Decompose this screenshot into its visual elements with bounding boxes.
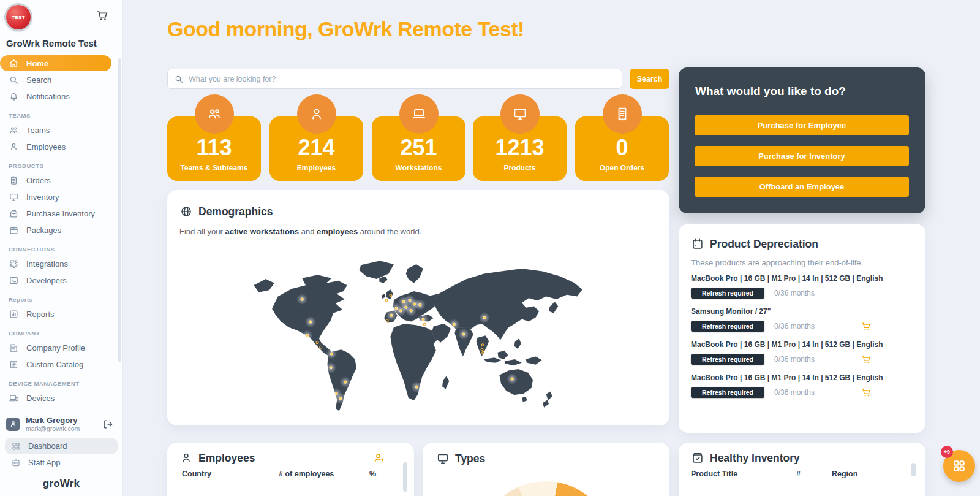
sidebar-scrollbar[interactable] [118,58,121,362]
stat-value: 113 [196,137,232,159]
types-card: Types [423,443,669,496]
sidebar-footer: Mark Gregory mark@growrk.com Dashboard S… [0,408,123,496]
stat-label: Products [503,164,535,172]
sidebar-item-inventory[interactable]: Inventory [0,189,123,205]
sidebar-item-notifications[interactable]: Notifications [0,88,123,104]
sidebar-item-company-profile[interactable]: Company Profile [0,340,123,356]
stat-card-employees[interactable]: 214 Employees [270,116,363,181]
product-title: MacBook Pro | 16 GB | M1 Pro | 14 In | 5… [691,340,913,349]
stat-card-open-orders[interactable]: 0 Open Orders [575,116,669,181]
column-header-region: Region [832,470,858,478]
offboard-employee-button[interactable]: Offboard an Employee [695,177,909,197]
user-email: mark@growrk.com [26,425,96,432]
person-icon [179,451,193,465]
sidebar-item-integrations[interactable]: Integrations [0,256,123,272]
section-label-products: PRODUCTS [0,155,123,172]
stat-card-teams[interactable]: 113 Teams & Subteams [167,116,261,181]
company-logo[interactable]: TEST [6,5,31,29]
terminal-icon [9,275,19,286]
sidebar-item-purchase-inventory[interactable]: Purchase Inventory [0,205,123,221]
demographics-card: Demographics Find all your active workst… [167,190,669,425]
column-header-percent: % [369,470,376,478]
bell-icon [9,91,19,102]
product-title: MacBook Pro | 16 GB | M1 Pro | 14 In | 5… [691,373,913,382]
map-location-dot-hollow [385,299,388,302]
healthy-inventory-scrollbar[interactable] [911,463,916,476]
map-location-dot [453,323,456,326]
cart-icon[interactable] [861,354,872,365]
sidebar-item-home[interactable]: Home [0,55,111,71]
healthy-inventory-header: Healthy Inventory [679,443,925,465]
column-header-product-title: Product Title [691,470,737,478]
types-title: Types [455,452,485,465]
stat-card-products[interactable]: 1213 Products [473,116,567,181]
user-row: Mark Gregory mark@growrk.com [5,414,118,438]
sidebar-item-orders[interactable]: Orders [0,172,123,188]
sidebar-item-reports[interactable]: Reports [0,306,123,322]
user-meta: Mark Gregory mark@growrk.com [26,416,96,432]
column-header-count: # [796,470,801,478]
map-location-dot [339,397,342,400]
section-label-device-management: DEVICE MANAGEMENT [0,373,123,389]
map-location-dot [390,314,393,317]
map-location-dot [309,321,312,324]
sidebar-item-devices[interactable]: Devices [0,390,123,406]
healthy-inventory-title: Healthy Inventory [710,452,800,465]
sidebar-item-label: Purchase Inventory [26,209,95,218]
logout-icon[interactable] [102,418,114,430]
calendar-icon [691,237,704,251]
cart-icon[interactable] [96,9,109,22]
sidebar-item-label: Teams [26,126,50,135]
purchase-for-employee-button[interactable]: Purchase for Employee [695,115,909,135]
user-name: Mark Gregory [26,416,96,425]
purchase-for-inventory-button[interactable]: Purchase for Inventory [695,146,909,166]
status-badge: Refresh required [691,354,764,365]
sidebar-item-teams[interactable]: Teams [0,122,123,138]
stat-label: Employees [297,164,336,172]
section-label-connections: CONNECTIONS [0,238,123,255]
box-check-icon [691,451,704,465]
sidebar-item-staff-app[interactable]: Staff App [5,455,118,470]
product-title: Samsung Monitor / 27" [691,307,913,316]
types-donut-chart [478,481,613,496]
puzzle-icon [9,259,19,269]
add-user-icon[interactable] [372,451,386,465]
map-location-dot [511,378,514,381]
employees-scrollbar[interactable] [403,462,407,492]
sidebar-item-label: Custom Catalog [26,360,83,369]
column-header-country: Country [182,470,211,478]
stat-card-workstations[interactable]: 251 Workstations [372,116,466,181]
depreciation-row: Refresh required 0/36 months [691,288,913,299]
sidebar-item-custom-catalog[interactable]: Custom Catalog [0,356,123,372]
notification-badge: +9 [941,446,953,458]
sidebar-item-label: Home [26,59,48,68]
person-icon [9,142,19,152]
sidebar-item-employees[interactable]: Employees [0,139,123,155]
section-label-reports: Reports [0,289,123,305]
sidebar-item-label: Inventory [26,193,59,202]
monitor-icon [9,192,19,202]
sidebar-item-packages[interactable]: Packages [0,222,123,238]
chat-widget-button[interactable]: +9 [943,450,975,482]
search-input[interactable] [189,75,616,83]
orders-icon [9,175,19,186]
sidebar-item-label: Notifications [26,92,70,101]
depreciation-progress: 0/36 months [774,388,815,397]
stat-badge [297,94,336,134]
search-icon [9,75,19,85]
map-location-dot [422,318,425,321]
sidebar-item-dashboard[interactable]: Dashboard [5,438,118,454]
globe-icon [179,205,193,218]
sidebar-item-developers[interactable]: Developers [0,272,123,288]
sidebar-item-search[interactable]: Search [0,72,123,88]
growrk-wordmark: groWrk [5,471,118,490]
demographics-header: Demographics [167,190,669,218]
cart-icon[interactable] [861,321,872,332]
sidebar-nav: Home Search Notifications TEAMS Teams Em… [0,53,123,406]
receipt-icon [614,106,630,122]
cart-icon[interactable] [861,387,872,398]
employees-title: Employees [198,452,255,465]
stat-value: 1213 [495,137,544,159]
quick-actions-panel: What would you like to do? Purchase for … [679,67,925,213]
search-button[interactable]: Search [630,69,669,89]
